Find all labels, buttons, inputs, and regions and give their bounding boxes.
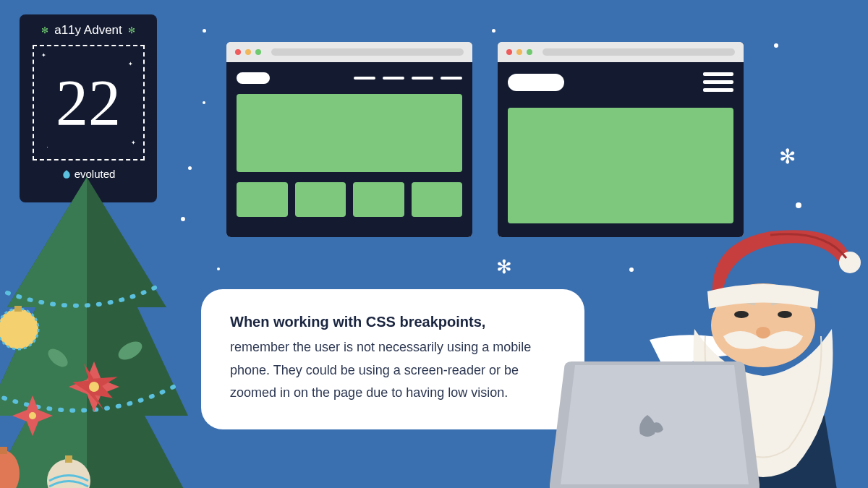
browser-chrome: [498, 42, 744, 62]
svg-point-13: [734, 311, 749, 318]
svg-point-7: [89, 382, 99, 392]
snowflake-icon: ✻: [41, 25, 48, 35]
minimize-icon: [516, 49, 522, 55]
christmas-tree-illustration: [0, 163, 224, 488]
browser-chrome: [226, 42, 472, 62]
svg-point-12: [756, 327, 770, 338]
advent-day-number: 22: [56, 66, 121, 140]
mock-logo: [237, 72, 270, 84]
mock-logo: [508, 74, 564, 91]
snowflake-icon: ✻: [128, 25, 135, 35]
speech-bubble: When working with CSS breakpoints, remem…: [201, 289, 584, 429]
advent-title: ✻ a11y Advent ✻: [41, 23, 135, 38]
svg-rect-4: [65, 455, 72, 463]
maximize-icon: [255, 49, 261, 55]
svg-point-14: [778, 311, 792, 318]
browser-mockup-desktop: [226, 42, 472, 237]
advent-day-box: ✦ ✦ · ✦ 22: [33, 45, 145, 160]
close-icon: [506, 49, 512, 55]
snowflake-icon: ✻: [779, 145, 796, 168]
mock-hero: [237, 94, 462, 172]
advent-title-text: a11y Advent: [54, 23, 122, 38]
mock-card-row: [237, 182, 462, 217]
speech-heading: When working with CSS breakpoints,: [230, 314, 556, 330]
svg-rect-2: [14, 306, 22, 312]
laptop-illustration: [550, 354, 760, 488]
hamburger-icon: [703, 72, 733, 92]
speech-body: remember the user is not necessarily usi…: [230, 336, 556, 405]
mock-nav: [354, 77, 462, 80]
snowflake-icon: ✻: [496, 256, 512, 278]
svg-point-8: [29, 412, 36, 419]
url-bar: [542, 48, 735, 56]
minimize-icon: [245, 49, 251, 55]
maximize-icon: [527, 49, 532, 55]
url-bar: [271, 48, 464, 56]
svg-rect-6: [0, 447, 7, 454]
close-icon: [235, 49, 241, 55]
